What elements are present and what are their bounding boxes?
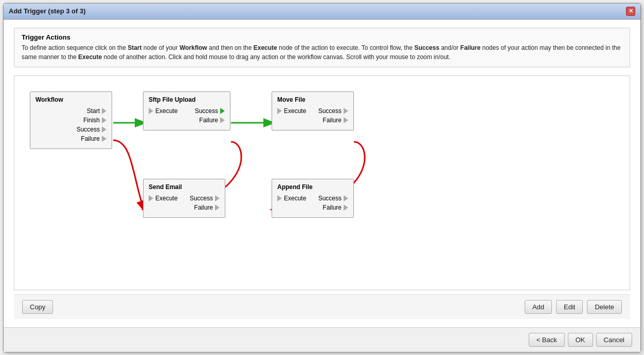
- info-box: Trigger Actions To define action sequenc…: [14, 28, 630, 67]
- add-button[interactable]: Add: [525, 300, 552, 314]
- movefile-success-label: Success: [313, 107, 342, 115]
- sftp-failure-port: [220, 117, 225, 123]
- sendemail-success-port: [215, 195, 220, 201]
- node-sftp-upload[interactable]: Sftp File Upload Execute Success Failure: [143, 91, 230, 130]
- node-appendfile-row-exec: Execute Success: [277, 195, 348, 202]
- node-workflow-title: Workflow: [35, 96, 106, 103]
- workflow-success-label: Success: [35, 126, 100, 133]
- node-sftp-title: Sftp File Upload: [149, 96, 225, 103]
- bottom-bar: Copy Add Edit Delete: [14, 294, 630, 319]
- add-trigger-dialog: Add Trigger (step 3 of 3) ✕ Trigger Acti…: [3, 3, 641, 352]
- close-button[interactable]: ✕: [626, 7, 635, 16]
- sendemail-failure-label: Failure: [149, 204, 213, 211]
- node-sftp-row-fail: Failure: [149, 117, 225, 124]
- sftp-failure-label: Failure: [149, 117, 218, 124]
- workflow-start-label: Start: [35, 107, 100, 115]
- node-sendemail-title: Send Email: [149, 183, 220, 191]
- sftp-success-port: [220, 108, 225, 114]
- sftp-execute-port-in: [149, 108, 153, 114]
- node-workflow[interactable]: Workflow Start Finish Success Failure: [30, 91, 112, 149]
- workflow-finish-label: Finish: [35, 117, 100, 124]
- workflow-start-port: [102, 108, 106, 114]
- node-send-email[interactable]: Send Email Execute Success Failure: [143, 179, 225, 218]
- dialog-title: Add Trigger (step 3 of 3): [9, 7, 86, 15]
- back-button[interactable]: < Back: [529, 333, 565, 347]
- sendemail-failure-port: [215, 204, 220, 211]
- sendemail-success-label: Success: [184, 195, 213, 202]
- copy-button[interactable]: Copy: [22, 300, 53, 314]
- node-append-file[interactable]: Append File Execute Success Failure: [272, 179, 354, 218]
- workflow-failure-port: [102, 136, 106, 142]
- node-workflow-row-finish: Finish: [35, 117, 106, 124]
- dialog-body: Trigger Actions To define action sequenc…: [4, 20, 640, 327]
- delete-button[interactable]: Delete: [587, 300, 622, 314]
- workflow-success-port: [102, 126, 106, 133]
- node-workflow-row-start: Start: [35, 107, 106, 115]
- bottom-bar-left: Copy: [22, 300, 53, 314]
- movefile-execute-label: Execute: [284, 107, 313, 115]
- node-sendemail-row-fail: Failure: [149, 204, 220, 211]
- node-move-file[interactable]: Move File Execute Success Failure: [272, 91, 354, 130]
- node-movefile-title: Move File: [277, 96, 348, 103]
- appendfile-execute-label: Execute: [284, 195, 313, 202]
- info-text: To define action sequence click on the S…: [22, 43, 622, 62]
- node-workflow-row-failure: Failure: [35, 135, 106, 142]
- appendfile-success-label: Success: [313, 195, 342, 202]
- appendfile-execute-port-in: [277, 195, 282, 201]
- bottom-bar-right: Add Edit Delete: [525, 300, 622, 314]
- appendfile-failure-port: [344, 204, 348, 211]
- movefile-execute-port-in: [277, 108, 282, 114]
- workflow-canvas[interactable]: Workflow Start Finish Success Failure: [14, 76, 630, 290]
- movefile-failure-port: [344, 117, 348, 123]
- movefile-success-port: [344, 108, 348, 114]
- node-sftp-row-exec: Execute Success: [149, 107, 225, 115]
- sendemail-execute-port-in: [149, 195, 153, 201]
- movefile-failure-label: Failure: [277, 117, 342, 124]
- workflow-failure-label: Failure: [35, 135, 100, 142]
- cancel-button[interactable]: Cancel: [596, 333, 632, 347]
- node-sendemail-row-exec: Execute Success: [149, 195, 220, 202]
- sendemail-execute-label: Execute: [155, 195, 184, 202]
- appendfile-success-port: [344, 195, 348, 201]
- node-workflow-row-success: Success: [35, 126, 106, 133]
- sftp-execute-label: Execute: [155, 107, 187, 115]
- workflow-finish-port: [102, 117, 106, 123]
- sftp-success-label: Success: [187, 107, 218, 115]
- edit-button[interactable]: Edit: [556, 300, 583, 314]
- dialog-titlebar: Add Trigger (step 3 of 3) ✕: [4, 4, 640, 20]
- node-appendfile-row-fail: Failure: [277, 204, 348, 211]
- footer-bar: < Back OK Cancel: [4, 327, 640, 352]
- appendfile-failure-label: Failure: [277, 204, 342, 211]
- node-appendfile-title: Append File: [277, 183, 348, 191]
- ok-button[interactable]: OK: [568, 333, 593, 347]
- info-title: Trigger Actions: [22, 33, 622, 41]
- node-movefile-row-exec: Execute Success: [277, 107, 348, 115]
- node-movefile-row-fail: Failure: [277, 117, 348, 124]
